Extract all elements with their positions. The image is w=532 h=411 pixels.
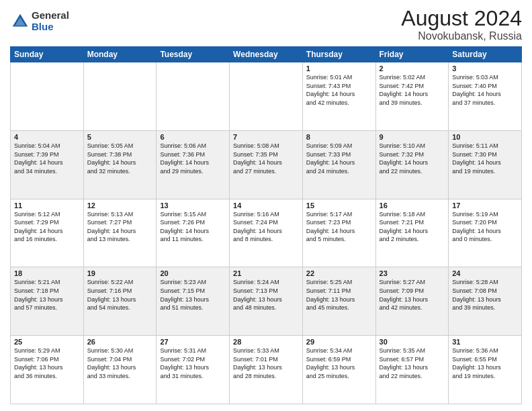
day-number: 27 <box>160 338 226 346</box>
day-info: Sunrise: 5:01 AM Sunset: 7:43 PM Dayligh… <box>306 73 372 107</box>
day-cell: 12Sunrise: 5:13 AM Sunset: 7:27 PM Dayli… <box>83 199 157 267</box>
day-number: 4 <box>14 133 80 141</box>
day-cell: 18Sunrise: 5:21 AM Sunset: 7:18 PM Dayli… <box>11 267 84 336</box>
day-number: 1 <box>306 64 372 73</box>
day-info: Sunrise: 5:22 AM Sunset: 7:16 PM Dayligh… <box>87 278 153 312</box>
day-cell: 20Sunrise: 5:23 AM Sunset: 7:15 PM Dayli… <box>157 267 230 336</box>
day-cell: 7Sunrise: 5:08 AM Sunset: 7:35 PM Daylig… <box>230 130 303 199</box>
day-info: Sunrise: 5:02 AM Sunset: 7:42 PM Dayligh… <box>380 73 445 107</box>
week-row-5: 25Sunrise: 5:29 AM Sunset: 7:06 PM Dayli… <box>11 336 522 404</box>
location-subtitle: Novokubansk, Russia <box>401 30 522 42</box>
logo-text: General Blue <box>32 10 69 32</box>
day-cell: 30Sunrise: 5:35 AM Sunset: 6:57 PM Dayli… <box>375 336 449 404</box>
col-header-friday: Friday <box>375 47 449 62</box>
day-info: Sunrise: 5:18 AM Sunset: 7:21 PM Dayligh… <box>380 210 445 244</box>
day-cell: 19Sunrise: 5:22 AM Sunset: 7:16 PM Dayli… <box>83 267 157 336</box>
day-cell: 25Sunrise: 5:29 AM Sunset: 7:06 PM Dayli… <box>11 336 84 404</box>
logo-general: General <box>32 10 69 21</box>
day-number: 29 <box>306 338 372 346</box>
day-cell: 21Sunrise: 5:24 AM Sunset: 7:13 PM Dayli… <box>230 267 303 336</box>
day-info: Sunrise: 5:35 AM Sunset: 6:57 PM Dayligh… <box>380 347 445 380</box>
day-number: 20 <box>160 269 226 277</box>
month-title: August 2024 <box>401 7 522 30</box>
day-info: Sunrise: 5:34 AM Sunset: 6:59 PM Dayligh… <box>306 347 372 380</box>
day-cell: 16Sunrise: 5:18 AM Sunset: 7:21 PM Dayli… <box>375 199 449 267</box>
day-number: 30 <box>380 338 445 346</box>
day-cell: 9Sunrise: 5:10 AM Sunset: 7:32 PM Daylig… <box>375 130 449 199</box>
day-number: 11 <box>14 201 80 210</box>
day-info: Sunrise: 5:15 AM Sunset: 7:26 PM Dayligh… <box>160 210 226 244</box>
week-row-1: 1Sunrise: 5:01 AM Sunset: 7:43 PM Daylig… <box>11 62 522 131</box>
day-info: Sunrise: 5:19 AM Sunset: 7:20 PM Dayligh… <box>452 210 518 244</box>
week-row-4: 18Sunrise: 5:21 AM Sunset: 7:18 PM Dayli… <box>11 267 522 336</box>
day-info: Sunrise: 5:10 AM Sunset: 7:32 PM Dayligh… <box>380 142 445 175</box>
day-number: 8 <box>306 133 372 141</box>
day-number: 28 <box>233 338 299 346</box>
day-number: 9 <box>380 133 445 141</box>
day-info: Sunrise: 5:30 AM Sunset: 7:04 PM Dayligh… <box>87 347 153 380</box>
calendar-table: SundayMondayTuesdayWednesdayThursdayFrid… <box>10 46 522 404</box>
day-cell: 6Sunrise: 5:06 AM Sunset: 7:36 PM Daylig… <box>157 130 230 199</box>
day-number: 6 <box>160 133 226 141</box>
day-cell: 17Sunrise: 5:19 AM Sunset: 7:20 PM Dayli… <box>449 199 522 267</box>
day-number: 24 <box>452 269 518 277</box>
day-info: Sunrise: 5:24 AM Sunset: 7:13 PM Dayligh… <box>233 278 299 312</box>
day-cell: 15Sunrise: 5:17 AM Sunset: 7:23 PM Dayli… <box>302 199 375 267</box>
day-info: Sunrise: 5:11 AM Sunset: 7:30 PM Dayligh… <box>452 142 518 175</box>
day-cell: 24Sunrise: 5:28 AM Sunset: 7:08 PM Dayli… <box>449 267 522 336</box>
day-cell: 4Sunrise: 5:04 AM Sunset: 7:39 PM Daylig… <box>11 130 84 199</box>
day-info: Sunrise: 5:04 AM Sunset: 7:39 PM Dayligh… <box>14 142 80 175</box>
day-info: Sunrise: 5:16 AM Sunset: 7:24 PM Dayligh… <box>233 210 299 244</box>
col-header-sunday: Sunday <box>11 47 84 62</box>
day-info: Sunrise: 5:23 AM Sunset: 7:15 PM Dayligh… <box>160 278 226 312</box>
day-number: 12 <box>87 201 153 210</box>
day-cell: 3Sunrise: 5:03 AM Sunset: 7:40 PM Daylig… <box>449 62 522 131</box>
day-number: 5 <box>87 133 153 141</box>
day-number: 14 <box>233 201 299 210</box>
day-number: 3 <box>452 64 518 73</box>
day-cell: 11Sunrise: 5:12 AM Sunset: 7:29 PM Dayli… <box>11 199 84 267</box>
header: General Blue August 2024 Novokubansk, Ru… <box>10 7 522 42</box>
day-info: Sunrise: 5:09 AM Sunset: 7:33 PM Dayligh… <box>306 142 372 175</box>
day-info: Sunrise: 5:17 AM Sunset: 7:23 PM Dayligh… <box>306 210 372 244</box>
day-number: 26 <box>87 338 153 346</box>
day-number: 31 <box>452 338 518 346</box>
day-number: 23 <box>380 269 445 277</box>
day-cell: 2Sunrise: 5:02 AM Sunset: 7:42 PM Daylig… <box>375 62 449 131</box>
title-block: August 2024 Novokubansk, Russia <box>401 7 522 42</box>
day-number: 7 <box>233 133 299 141</box>
page: General Blue August 2024 Novokubansk, Ru… <box>0 0 532 411</box>
day-info: Sunrise: 5:13 AM Sunset: 7:27 PM Dayligh… <box>87 210 153 244</box>
col-header-thursday: Thursday <box>302 47 375 62</box>
day-cell: 8Sunrise: 5:09 AM Sunset: 7:33 PM Daylig… <box>302 130 375 199</box>
day-cell <box>157 62 230 131</box>
day-cell: 13Sunrise: 5:15 AM Sunset: 7:26 PM Dayli… <box>157 199 230 267</box>
day-info: Sunrise: 5:03 AM Sunset: 7:40 PM Dayligh… <box>452 73 518 107</box>
col-header-tuesday: Tuesday <box>157 47 230 62</box>
day-cell: 22Sunrise: 5:25 AM Sunset: 7:11 PM Dayli… <box>302 267 375 336</box>
day-number: 13 <box>160 201 226 210</box>
day-info: Sunrise: 5:36 AM Sunset: 6:55 PM Dayligh… <box>452 347 518 380</box>
day-cell: 27Sunrise: 5:31 AM Sunset: 7:02 PM Dayli… <box>157 336 230 404</box>
day-cell: 14Sunrise: 5:16 AM Sunset: 7:24 PM Dayli… <box>230 199 303 267</box>
day-cell <box>230 62 303 131</box>
col-header-saturday: Saturday <box>449 47 522 62</box>
day-cell: 5Sunrise: 5:05 AM Sunset: 7:38 PM Daylig… <box>83 130 157 199</box>
day-cell <box>83 62 157 131</box>
col-header-monday: Monday <box>83 47 157 62</box>
day-number: 19 <box>87 269 153 277</box>
day-cell: 28Sunrise: 5:33 AM Sunset: 7:01 PM Dayli… <box>230 336 303 404</box>
week-row-2: 4Sunrise: 5:04 AM Sunset: 7:39 PM Daylig… <box>11 130 522 199</box>
day-info: Sunrise: 5:25 AM Sunset: 7:11 PM Dayligh… <box>306 278 372 312</box>
header-row: SundayMondayTuesdayWednesdayThursdayFrid… <box>11 47 522 62</box>
day-info: Sunrise: 5:28 AM Sunset: 7:08 PM Dayligh… <box>452 278 518 312</box>
day-number: 21 <box>233 269 299 277</box>
day-cell: 29Sunrise: 5:34 AM Sunset: 6:59 PM Dayli… <box>302 336 375 404</box>
week-row-3: 11Sunrise: 5:12 AM Sunset: 7:29 PM Dayli… <box>11 199 522 267</box>
day-cell: 23Sunrise: 5:27 AM Sunset: 7:09 PM Dayli… <box>375 267 449 336</box>
day-number: 22 <box>306 269 372 277</box>
day-cell: 26Sunrise: 5:30 AM Sunset: 7:04 PM Dayli… <box>83 336 157 404</box>
day-number: 16 <box>380 201 445 210</box>
logo-icon <box>10 11 30 32</box>
day-cell <box>11 62 84 131</box>
